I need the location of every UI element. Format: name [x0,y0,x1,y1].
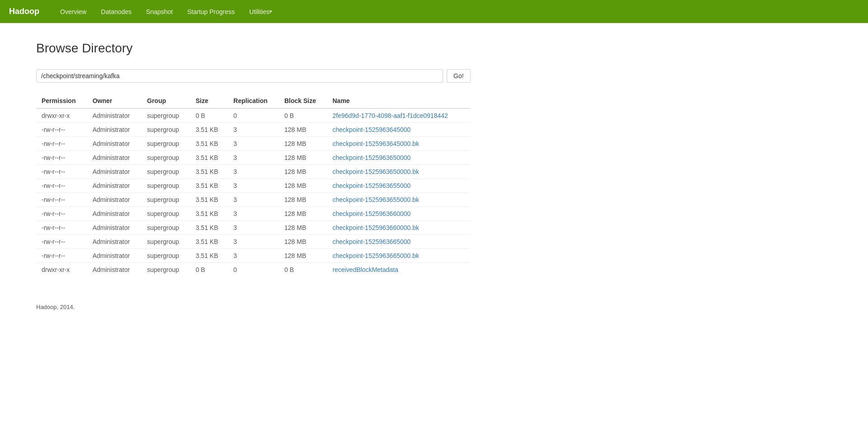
file-link[interactable]: 2fe96d9d-1770-4098-aaf1-f1dce0918442 [333,112,448,119]
replication-cell: 0 [228,108,279,123]
navbar-link-utilities[interactable]: Utilities [242,0,279,23]
table-row: drwxr-xr-xAdministratorsupergroup0 B00 B… [36,263,470,277]
main-content: Browse Directory Go! PermissionOwnerGrou… [0,23,633,328]
group-cell: supergroup [142,249,190,263]
name-cell[interactable]: checkpoint-1525963650000.bk [327,165,471,179]
col-header-group: Group [142,94,190,108]
block-size-cell: 128 MB [279,193,327,207]
group-cell: supergroup [142,151,190,165]
group-cell: supergroup [142,193,190,207]
owner-cell: Administrator [87,123,142,137]
size-cell: 0 B [190,263,228,277]
block-size-cell: 128 MB [279,179,327,193]
block-size-cell: 128 MB [279,207,327,221]
file-link[interactable]: checkpoint-1525963665000 [333,238,411,245]
block-size-cell: 0 B [279,263,327,277]
page-title: Browse Directory [36,41,597,56]
replication-cell: 3 [228,207,279,221]
replication-cell: 3 [228,221,279,235]
name-cell[interactable]: checkpoint-1525963645000 [327,123,471,137]
name-cell[interactable]: receivedBlockMetadata [327,263,471,277]
navbar-link-overview[interactable]: Overview [53,0,94,23]
replication-cell: 3 [228,123,279,137]
replication-cell: 3 [228,235,279,249]
name-cell[interactable]: checkpoint-1525963655000 [327,179,471,193]
replication-cell: 3 [228,165,279,179]
navbar-link-datanodes[interactable]: Datanodes [94,0,139,23]
footer-text: Hadoop, 2014. [36,304,75,310]
block-size-cell: 128 MB [279,235,327,249]
permission-cell: drwxr-xr-x [36,263,87,277]
group-cell: supergroup [142,108,190,123]
navbar-brand[interactable]: Hadoop [9,7,39,16]
permission-cell: -rw-r--r-- [36,179,87,193]
owner-cell: Administrator [87,235,142,249]
permission-cell: -rw-r--r-- [36,221,87,235]
replication-cell: 3 [228,151,279,165]
directory-table: PermissionOwnerGroupSizeReplicationBlock… [36,94,470,276]
owner-cell: Administrator [87,263,142,277]
table-row: -rw-r--r--Administratorsupergroup3.51 KB… [36,249,470,263]
col-header-size: Size [190,94,228,108]
path-bar: Go! [36,69,597,83]
name-cell[interactable]: checkpoint-1525963655000.bk [327,193,471,207]
size-cell: 3.51 KB [190,207,228,221]
navbar-link-startup-progress[interactable]: Startup Progress [180,0,242,23]
file-link[interactable]: checkpoint-1525963660000.bk [333,224,420,231]
permission-cell: -rw-r--r-- [36,249,87,263]
size-cell: 0 B [190,108,228,123]
group-cell: supergroup [142,207,190,221]
path-input[interactable] [36,69,443,83]
size-cell: 3.51 KB [190,235,228,249]
file-link[interactable]: checkpoint-1525963665000.bk [333,252,420,259]
permission-cell: -rw-r--r-- [36,151,87,165]
file-link[interactable]: receivedBlockMetadata [333,266,399,273]
permission-cell: -rw-r--r-- [36,123,87,137]
go-button[interactable]: Go! [447,69,471,83]
group-cell: supergroup [142,165,190,179]
owner-cell: Administrator [87,137,142,151]
name-cell[interactable]: checkpoint-1525963665000 [327,235,471,249]
file-link[interactable]: checkpoint-1525963650000.bk [333,168,420,175]
name-cell[interactable]: checkpoint-1525963665000.bk [327,249,471,263]
navbar: Hadoop OverviewDatanodesSnapshotStartup … [0,0,868,23]
size-cell: 3.51 KB [190,221,228,235]
navbar-link-snapshot[interactable]: Snapshot [139,0,180,23]
name-cell[interactable]: 2fe96d9d-1770-4098-aaf1-f1dce0918442 [327,108,471,123]
file-link[interactable]: checkpoint-1525963655000.bk [333,196,420,203]
group-cell: supergroup [142,137,190,151]
permission-cell: drwxr-xr-x [36,108,87,123]
table-row: -rw-r--r--Administratorsupergroup3.51 KB… [36,165,470,179]
name-cell[interactable]: checkpoint-1525963660000.bk [327,221,471,235]
block-size-cell: 128 MB [279,165,327,179]
replication-cell: 3 [228,137,279,151]
table-row: -rw-r--r--Administratorsupergroup3.51 KB… [36,221,470,235]
replication-cell: 3 [228,179,279,193]
block-size-cell: 128 MB [279,151,327,165]
name-cell[interactable]: checkpoint-1525963645000.bk [327,137,471,151]
navbar-links: OverviewDatanodesSnapshotStartup Progres… [53,0,279,23]
file-link[interactable]: checkpoint-1525963655000 [333,182,411,189]
block-size-cell: 128 MB [279,249,327,263]
file-link[interactable]: checkpoint-1525963660000 [333,210,411,217]
group-cell: supergroup [142,235,190,249]
file-link[interactable]: checkpoint-1525963645000.bk [333,140,420,147]
owner-cell: Administrator [87,151,142,165]
group-cell: supergroup [142,179,190,193]
col-header-permission: Permission [36,94,87,108]
name-cell[interactable]: checkpoint-1525963650000 [327,151,471,165]
file-link[interactable]: checkpoint-1525963645000 [333,126,411,133]
file-link[interactable]: checkpoint-1525963650000 [333,154,411,161]
footer: Hadoop, 2014. [36,304,597,310]
size-cell: 3.51 KB [190,137,228,151]
table-row: -rw-r--r--Administratorsupergroup3.51 KB… [36,137,470,151]
size-cell: 3.51 KB [190,165,228,179]
table-row: drwxr-xr-xAdministratorsupergroup0 B00 B… [36,108,470,123]
table-row: -rw-r--r--Administratorsupergroup3.51 KB… [36,207,470,221]
col-header-block-size: Block Size [279,94,327,108]
name-cell[interactable]: checkpoint-1525963660000 [327,207,471,221]
table-row: -rw-r--r--Administratorsupergroup3.51 KB… [36,179,470,193]
block-size-cell: 0 B [279,108,327,123]
replication-cell: 3 [228,249,279,263]
group-cell: supergroup [142,123,190,137]
